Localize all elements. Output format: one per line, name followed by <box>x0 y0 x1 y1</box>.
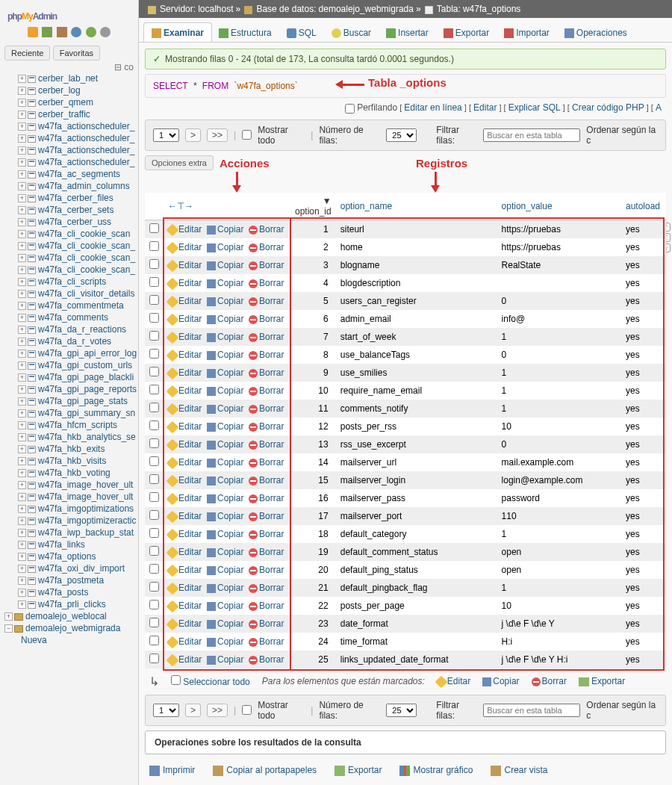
row-delete-link[interactable]: Borrar <box>249 601 284 611</box>
tab-exportar[interactable]: Exportar <box>435 22 497 42</box>
bulk-edit-link[interactable]: Editar <box>437 676 470 686</box>
tree-toggle-icon[interactable]: + <box>18 99 26 107</box>
table-icon[interactable] <box>28 159 36 167</box>
table-icon[interactable] <box>28 553 36 561</box>
tree-node-link[interactable]: w47fa_gpi_custom_urls <box>38 360 132 370</box>
row-edit-link[interactable]: Editar <box>168 332 202 342</box>
show-all-checkbox[interactable] <box>242 705 252 715</box>
table-icon[interactable] <box>28 374 36 382</box>
tab-operaciones[interactable]: Operaciones <box>556 22 635 42</box>
bulk-delete-link[interactable]: Borrar <box>532 676 567 686</box>
tree-toggle-icon[interactable]: + <box>18 577 26 585</box>
actualize-link[interactable]: A <box>656 102 662 113</box>
row-checkbox[interactable] <box>149 313 159 323</box>
row-edit-link[interactable]: Editar <box>168 601 202 611</box>
result-op-copiar-al-portapapeles[interactable]: Copiar al portapapeles <box>213 765 317 776</box>
table-icon[interactable] <box>28 470 36 477</box>
row-edit-link[interactable]: Editar <box>168 367 202 378</box>
tree-toggle-icon[interactable]: + <box>18 314 26 322</box>
table-icon[interactable] <box>28 386 36 394</box>
row-checkbox[interactable] <box>149 474 159 484</box>
row-checkbox[interactable] <box>149 564 159 574</box>
row-delete-link[interactable]: Borrar <box>249 457 284 468</box>
row-copy-link[interactable]: Copiar <box>207 583 243 593</box>
row-delete-link[interactable]: Borrar <box>249 565 284 575</box>
row-edit-link[interactable]: Editar <box>168 385 202 396</box>
create-php-link[interactable]: Crear código PHP <box>572 102 644 113</box>
tree-node-link[interactable]: w47fa_cli_cookie_scan_ <box>38 264 135 275</box>
row-copy-link[interactable]: Copiar <box>207 296 243 306</box>
tree-node-link[interactable]: w47fa_links <box>38 539 85 550</box>
table-icon[interactable] <box>28 291 36 298</box>
row-delete-link[interactable]: Borrar <box>249 224 284 235</box>
table-icon[interactable] <box>28 446 36 453</box>
tree-toggle-icon[interactable]: + <box>18 493 26 501</box>
row-copy-link[interactable]: Copiar <box>207 278 243 288</box>
table-icon[interactable] <box>28 75 36 83</box>
row-edit-link[interactable]: Editar <box>168 618 202 629</box>
tree-toggle-icon[interactable]: + <box>18 565 26 573</box>
row-copy-link[interactable]: Copiar <box>207 511 243 521</box>
tree-node-link[interactable]: w47fa_actionscheduler_ <box>38 133 134 143</box>
tree-toggle-icon[interactable]: − <box>4 624 13 633</box>
row-copy-link[interactable]: Copiar <box>207 529 243 539</box>
tree-toggle-icon[interactable]: + <box>18 385 26 394</box>
col-option-value[interactable]: option_value <box>497 193 621 220</box>
row-edit-link[interactable]: Editar <box>168 403 202 414</box>
row-checkbox[interactable] <box>149 349 159 359</box>
table-icon[interactable] <box>28 542 36 549</box>
row-checkbox[interactable] <box>149 618 159 627</box>
phpmyadmin-logo[interactable]: phpMyAdmin <box>0 0 138 25</box>
tree-node-link[interactable]: cerber_qmem <box>38 97 93 108</box>
row-copy-link[interactable]: Copiar <box>207 457 243 468</box>
tree-node-link[interactable]: w47fa_image_hover_ult <box>38 491 133 502</box>
tree-node-link[interactable]: w47fa_prli_clicks <box>38 599 106 609</box>
row-copy-link[interactable]: Copiar <box>207 565 243 575</box>
col-option-name[interactable]: option_name <box>336 193 497 220</box>
tree-toggle-icon[interactable]: + <box>18 111 26 119</box>
next-page-button[interactable]: > <box>185 128 201 142</box>
tree-toggle-icon[interactable]: + <box>18 206 26 214</box>
table-icon[interactable] <box>28 458 36 465</box>
tree-toggle-icon[interactable]: + <box>18 134 26 143</box>
table-icon[interactable] <box>28 577 36 585</box>
row-delete-link[interactable]: Borrar <box>249 314 284 324</box>
tree-node-link[interactable]: w47fa_da_r_votes <box>38 336 111 347</box>
row-checkbox[interactable] <box>149 636 159 645</box>
row-delete-link[interactable]: Borrar <box>249 475 284 485</box>
page-select[interactable]: 1 <box>153 704 179 717</box>
tree-toggle-icon[interactable]: + <box>18 266 26 274</box>
row-edit-link[interactable]: Editar <box>168 475 202 485</box>
row-checkbox[interactable] <box>149 510 159 520</box>
tree-node-link[interactable]: w47fa_hkb_analytics_se <box>38 432 136 442</box>
row-delete-link[interactable]: Borrar <box>249 260 284 270</box>
table-icon[interactable] <box>28 326 36 334</box>
tree-node-link[interactable]: w47fa_image_hover_ult <box>38 480 133 490</box>
row-edit-link[interactable]: Editar <box>168 583 202 593</box>
table-icon[interactable] <box>28 494 36 501</box>
row-checkbox[interactable] <box>149 492 159 502</box>
row-copy-link[interactable]: Copiar <box>207 618 243 629</box>
tree-node-link[interactable]: w47fa_actionscheduler_ <box>38 145 134 155</box>
tree-node-link[interactable]: w47fa_cli_cookie_scan_ <box>38 252 135 263</box>
select-all-checkbox[interactable] <box>171 675 181 685</box>
table-icon[interactable] <box>28 434 36 441</box>
tree-toggle-icon[interactable]: + <box>18 601 26 609</box>
filter-input[interactable] <box>483 704 580 717</box>
table-icon[interactable] <box>28 362 36 370</box>
row-delete-link[interactable]: Borrar <box>249 421 284 432</box>
row-delete-link[interactable]: Borrar <box>249 403 284 414</box>
next-page-button[interactable]: > <box>185 704 201 717</box>
row-edit-link[interactable]: Editar <box>168 439 202 450</box>
database-icon[interactable] <box>14 625 23 633</box>
logout-icon[interactable] <box>42 27 52 37</box>
select-all-link[interactable]: Seleccionar todo <box>183 677 249 687</box>
result-op-mostrar-gráfico[interactable]: Mostrar gráfico <box>399 765 473 776</box>
row-delete-link[interactable]: Borrar <box>249 529 284 539</box>
row-edit-link[interactable]: Editar <box>168 493 202 503</box>
col-option-id[interactable]: ▼ option_id <box>290 193 336 220</box>
tree-toggle-icon[interactable]: + <box>18 350 26 358</box>
row-delete-link[interactable]: Borrar <box>249 439 284 450</box>
row-delete-link[interactable]: Borrar <box>249 618 284 629</box>
bulk-export-link[interactable]: Exportar <box>579 676 625 686</box>
